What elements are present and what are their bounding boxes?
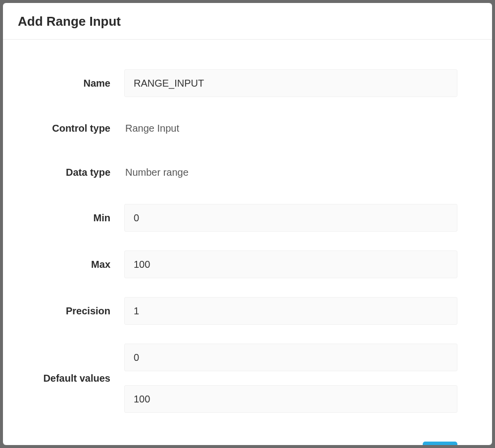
precision-input[interactable] <box>124 297 457 325</box>
cancel-button[interactable]: Cancel <box>375 443 410 445</box>
ok-button[interactable]: Ok <box>423 442 457 445</box>
label-precision: Precision <box>38 305 124 317</box>
label-name: Name <box>38 78 124 89</box>
row-precision: Precision <box>38 297 457 325</box>
label-data-type: Data type <box>38 167 124 178</box>
dialog-title: Add Range Input <box>18 14 477 29</box>
control-type-value: Range Input <box>124 116 457 141</box>
data-type-value: Number range <box>124 160 457 185</box>
row-name: Name <box>38 69 457 97</box>
label-control-type: Control type <box>38 123 124 134</box>
row-default-values: Default values <box>38 344 457 413</box>
name-input[interactable] <box>124 69 457 97</box>
label-min: Min <box>38 212 124 224</box>
row-control-type: Control type Range Input <box>38 116 457 141</box>
dialog-body: Name Control type Range Input Data type … <box>3 40 492 442</box>
max-input[interactable] <box>124 250 457 278</box>
default-high-input[interactable] <box>124 385 457 413</box>
row-min: Min <box>38 204 457 232</box>
min-input[interactable] <box>124 204 457 232</box>
default-low-input[interactable] <box>124 344 457 371</box>
label-max: Max <box>38 259 124 270</box>
add-range-input-dialog: Add Range Input Name Control type Range … <box>3 3 492 445</box>
row-data-type: Data type Number range <box>38 160 457 185</box>
dialog-header: Add Range Input <box>3 3 492 40</box>
row-max: Max <box>38 250 457 278</box>
label-default-values: Default values <box>38 373 124 384</box>
dialog-footer: Cancel Ok <box>3 442 492 445</box>
